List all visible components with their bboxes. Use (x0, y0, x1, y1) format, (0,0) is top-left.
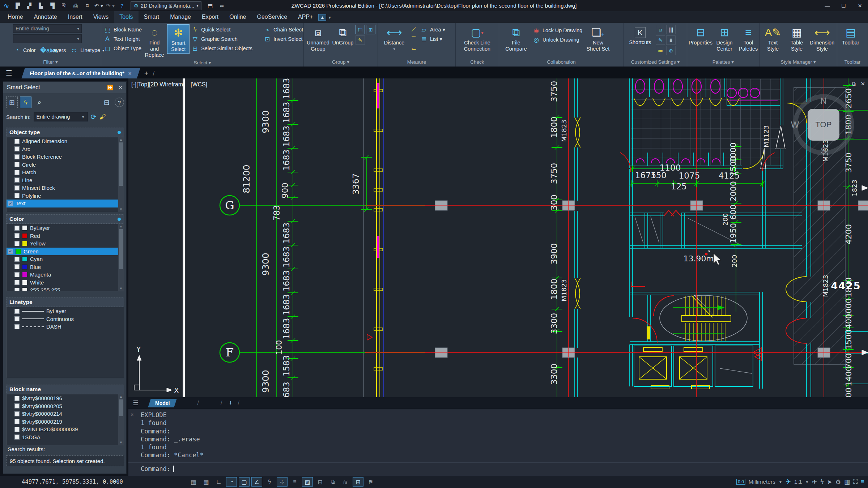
menu-item-manage[interactable]: Manage (165, 11, 196, 23)
checkbox[interactable] (14, 280, 20, 285)
print-icon[interactable]: ⎙ (71, 2, 80, 10)
filter-value-dropdown[interactable]: ▾ (13, 34, 82, 43)
new-selection-icon[interactable]: ⊞ (6, 97, 18, 108)
scrollbar[interactable]: ▲▼ (118, 394, 124, 445)
menu-item-geoservice[interactable]: GeoService (252, 11, 293, 23)
quick-properties-icon[interactable]: ⊟ (315, 477, 326, 487)
color-item[interactable]: Cyan (7, 255, 124, 263)
fullscreen-icon[interactable]: ⛶ (853, 478, 858, 486)
selection-cycling-icon[interactable]: ⧉ (327, 477, 338, 487)
checkbox[interactable] (14, 435, 20, 440)
qrcode-icon[interactable]: ⩩ (666, 35, 676, 45)
unlock-drawing-button[interactable]: ◎Unlock Drawing (532, 35, 582, 44)
menu-item-insert[interactable]: Insert (63, 11, 88, 23)
scrollbar[interactable]: ▲▼ (118, 137, 124, 212)
checkbox[interactable] (14, 154, 20, 159)
command-close-icon[interactable]: ✕ (131, 411, 133, 417)
block-name-item[interactable]: $lvtry$00000196 (7, 394, 124, 402)
menu-overflow-icon[interactable]: ▲ ▼ (318, 14, 331, 20)
section-header-linetype[interactable]: Linetype (6, 297, 124, 307)
group-label-toolbar[interactable]: Toolbar (837, 59, 868, 67)
object-type-button[interactable]: ◻Object Type (103, 44, 142, 53)
gear-icon[interactable]: ⚙ (835, 478, 841, 486)
area-button[interactable]: ⟋▱Area ▾ (410, 25, 445, 34)
group-rename-icon[interactable]: ✎ (356, 35, 365, 45)
boost-icon[interactable]: ✈ (812, 478, 817, 486)
object-snap-icon[interactable]: ▢ (239, 477, 250, 487)
group-edit-icon[interactable]: ⬚ (356, 25, 365, 34)
save-as-icon[interactable]: ▜ (48, 2, 57, 10)
group-label-customized[interactable]: Customized Settings ▾ (624, 59, 687, 67)
lock-drawing-button[interactable]: ◉Lock Up Drawing (532, 26, 582, 35)
checkbox[interactable] (14, 419, 20, 424)
barcode-icon[interactable]: ∥∥ (666, 25, 676, 34)
transparency-icon[interactable]: ▨ (302, 477, 313, 487)
id-point-button[interactable]: ⌙ (410, 44, 445, 53)
checkbox[interactable] (14, 146, 20, 151)
checkbox[interactable]: ✓ (8, 249, 13, 254)
shortcuts-button[interactable]: K Shortcuts (626, 24, 654, 47)
maximize-button[interactable]: ☐ (835, 0, 852, 11)
grid-snap-icon[interactable]: ▦ (201, 477, 212, 487)
text-height-button[interactable]: AText Height (103, 34, 142, 44)
checkbox[interactable] (14, 233, 20, 238)
checkbox[interactable] (14, 316, 20, 321)
section-header-object-type[interactable]: Object type (6, 128, 124, 137)
performance-icon[interactable]: ▦ (844, 478, 850, 486)
alias-list-icon[interactable]: ≔ (656, 46, 665, 55)
restore-window-icon[interactable]: ⧉ (852, 81, 856, 87)
color-item[interactable]: Yellow (7, 240, 124, 248)
dimension-style-button[interactable]: ⟷Dimension Style (809, 24, 835, 53)
close-button[interactable]: ✕ (852, 0, 868, 11)
model-tab[interactable]: Model (148, 399, 177, 407)
section-header-block-name[interactable]: Block name (6, 385, 124, 394)
polar-tracking-icon[interactable]: ◔ (226, 477, 237, 487)
object-type-item[interactable]: Arc (7, 145, 124, 153)
object-type-item[interactable]: Hatch (7, 168, 124, 176)
ortho-icon[interactable]: ∟ (213, 477, 224, 487)
minimize-button[interactable]: — (819, 0, 835, 11)
layout-menu-icon[interactable]: ☰ (128, 399, 143, 407)
checkbox[interactable] (14, 309, 20, 314)
filter-color-button[interactable]: ◔Color (13, 46, 36, 55)
object-snap-tracking-icon[interactable]: ∠ (251, 477, 262, 487)
canvas-graphics[interactable]: 1683168316831683900783168316831683168316… (128, 78, 868, 397)
block-name-item[interactable]: $lvtry$00000205 (7, 402, 124, 410)
list-button[interactable]: ⌒≣List ▾ (410, 34, 445, 44)
checkbox[interactable] (14, 170, 20, 175)
tool-palettes-button[interactable]: ≡Tool Palettes (737, 24, 760, 53)
color-item[interactable]: Blue (7, 263, 124, 271)
pgp-edit-icon[interactable]: ✎ (656, 35, 665, 45)
color-item[interactable]: 255,255,255 (7, 286, 124, 291)
section-header-color[interactable]: Color (6, 214, 124, 224)
group-add-icon[interactable]: ⊞ (366, 25, 375, 34)
block-name-item[interactable]: $lvtry$00000214 (7, 410, 124, 418)
smart-select-mode-icon[interactable]: ϟ (20, 97, 31, 108)
open-folder-icon[interactable]: ▞ (25, 2, 34, 10)
preview-icon[interactable]: ⌑ (82, 2, 92, 10)
color-list[interactable]: ByLayerRedYellow✓GreenCyanBlueMagentaWhi… (6, 224, 124, 291)
menu-item-home[interactable]: Home (2, 11, 29, 23)
undo-icon[interactable]: ↶ ▾ (94, 2, 103, 10)
checkbox[interactable] (14, 177, 20, 183)
ungroup-button[interactable]: ⧉ UnGroup (332, 24, 354, 47)
checkbox[interactable] (14, 411, 20, 416)
checkbox[interactable] (14, 226, 20, 231)
menu-item-annotate[interactable]: Annotate (29, 11, 63, 23)
block-name-button[interactable]: ⬚Block Name (103, 25, 142, 34)
checkbox[interactable] (14, 162, 20, 167)
close-window-icon[interactable]: ✕ (860, 81, 865, 87)
block-name-list[interactable]: $lvtry$00000196$lvtry$00000205$lvtry$000… (6, 394, 124, 445)
chain-select-button[interactable]: ⌁Chain Select (263, 25, 303, 34)
linetype-display-icon[interactable]: ≋ (340, 477, 351, 487)
find-replace-button[interactable]: ◌ Find and Replace (143, 24, 166, 59)
checkbox[interactable] (14, 288, 20, 291)
dynamic-input-icon[interactable]: ϟ (264, 477, 275, 487)
file-compare-button[interactable]: ⧉ File Compare (501, 24, 531, 53)
precision-badge[interactable]: 0.0 (736, 479, 745, 485)
object-type-item[interactable]: Line (7, 176, 124, 184)
text-style-button[interactable]: A✎Text Style (762, 24, 784, 53)
workspace-flag-icon[interactable]: ⚑ (365, 477, 376, 487)
new-tab-button[interactable]: + (144, 68, 149, 78)
units-dropdown[interactable]: Millimeters (749, 479, 775, 485)
